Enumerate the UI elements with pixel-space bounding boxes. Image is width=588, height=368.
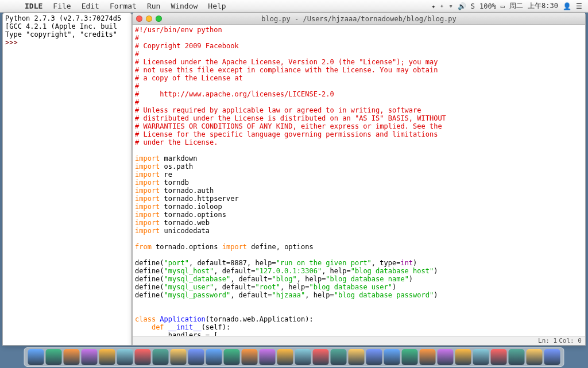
menubar: IDLE File Edit Format Run Window Help ✦ … — [0, 0, 588, 13]
dock-item[interactable] — [277, 349, 293, 365]
apple-icon[interactable] — [6, 2, 14, 10]
shell-line3: Type "copyright", "credits" — [5, 30, 117, 38]
dock-item[interactable] — [46, 349, 62, 365]
shell-content[interactable]: Python 2.7.3 (v2.7.3:70274d5 [GCC 4.2.1 … — [3, 13, 131, 48]
dock-item[interactable] — [153, 349, 169, 365]
dock-item[interactable] — [420, 349, 436, 365]
shell-line1: Python 2.7.3 (v2.7.3:70274d5 — [5, 14, 121, 22]
dock-item[interactable] — [295, 349, 311, 365]
menu-format[interactable]: Format — [105, 2, 142, 10]
status-col: Col: 0 — [559, 337, 582, 344]
dock-item[interactable] — [349, 349, 365, 365]
editor-window[interactable]: blog.py - /Users/hjzaaa/tornadoweb/blog/… — [132, 13, 586, 346]
dock-item[interactable] — [384, 349, 400, 365]
dock-item[interactable] — [242, 349, 258, 365]
dock-item[interactable] — [260, 349, 276, 365]
user-icon[interactable]: 👤 — [563, 2, 571, 10]
dock-item[interactable] — [117, 349, 133, 365]
titlebar[interactable]: blog.py - /Users/hjzaaa/tornadoweb/blog/… — [133, 13, 585, 25]
dock-item[interactable] — [99, 349, 115, 365]
dock-item[interactable] — [313, 349, 329, 365]
dock[interactable] — [24, 347, 564, 367]
dock-item[interactable] — [28, 349, 44, 365]
dock-item[interactable] — [135, 349, 151, 365]
dock-item[interactable] — [171, 349, 187, 365]
volume-icon[interactable]: 🔊 — [458, 2, 466, 10]
dock-item[interactable] — [509, 349, 525, 365]
tool-icon[interactable]: ✦ — [431, 2, 435, 10]
dock-item[interactable] — [438, 349, 454, 365]
dock-item[interactable] — [527, 349, 543, 365]
dock-item[interactable] — [64, 349, 80, 365]
dock-item[interactable] — [188, 349, 204, 365]
menu-run[interactable]: Run — [142, 2, 165, 10]
window-title: blog.py - /Users/hjzaaa/tornadoweb/blog/… — [261, 15, 457, 23]
status-ln: Ln: 1 — [538, 337, 557, 344]
dock-item[interactable] — [455, 349, 471, 365]
menu-window[interactable]: Window — [165, 2, 203, 10]
menu-edit[interactable]: Edit — [76, 2, 105, 10]
traffic-lights — [136, 16, 162, 22]
input-icon[interactable]: S — [471, 2, 475, 10]
dock-item[interactable] — [473, 349, 489, 365]
close-icon[interactable] — [136, 16, 142, 22]
dock-item[interactable] — [491, 349, 507, 365]
bluetooth-icon[interactable]: ᛭ — [440, 2, 444, 10]
statusbar: Ln: 1 Col: 0 — [133, 336, 585, 345]
dock-item[interactable] — [206, 349, 222, 365]
dock-item[interactable] — [366, 349, 382, 365]
minimize-icon[interactable] — [146, 16, 152, 22]
dock-item[interactable] — [224, 349, 240, 365]
shell-line2: [GCC 4.2.1 (Apple Inc. buil — [5, 22, 117, 30]
menu-help[interactable]: Help — [203, 2, 231, 10]
notif-icon[interactable]: ☰ — [576, 2, 582, 10]
menubar-right: ✦ ᛭ ⌔ 🔊 S 100% ▭ 周二 上午8:30 👤 ☰ — [431, 1, 588, 11]
menu-app[interactable]: IDLE — [20, 2, 48, 10]
zoom-icon[interactable] — [156, 16, 162, 22]
shell-window[interactable]: Python 2.7.3 (v2.7.3:70274d5 [GCC 4.2.1 … — [2, 13, 132, 346]
dock-item[interactable] — [544, 349, 560, 365]
wifi-icon[interactable]: ⌔ — [448, 2, 452, 10]
day-text[interactable]: 周二 — [509, 1, 523, 11]
battery-icon[interactable]: ▭ — [501, 2, 505, 10]
code-editor[interactable]: #!/usr/bin/env python # # Copyright 2009… — [133, 25, 585, 336]
battery-text[interactable]: 100% — [479, 2, 496, 10]
dock-item[interactable] — [82, 349, 98, 365]
dock-item[interactable] — [331, 349, 347, 365]
menu-file[interactable]: File — [48, 2, 76, 10]
shell-prompt: >>> — [5, 38, 22, 47]
dock-item[interactable] — [402, 349, 418, 365]
time-text[interactable]: 上午8:30 — [528, 1, 558, 11]
